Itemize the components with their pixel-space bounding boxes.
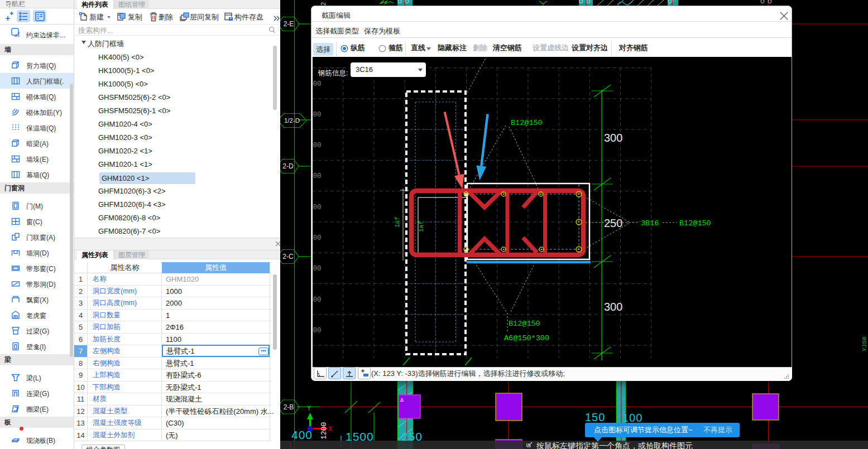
svg-text:1af: 1af bbox=[394, 216, 401, 228]
svg-text:2-C: 2-C bbox=[282, 253, 294, 260]
svg-text:X: X bbox=[328, 425, 333, 433]
svg-text:Y: Y bbox=[307, 405, 311, 413]
svg-text:00: 00 bbox=[313, 142, 322, 149]
svg-text:400: 400 bbox=[291, 428, 313, 441]
svg-text:1/2-D: 1/2-D bbox=[284, 117, 300, 124]
svg-text:00: 00 bbox=[313, 172, 322, 180]
svg-text:00: 00 bbox=[313, 204, 322, 211]
svg-text:150: 150 bbox=[585, 411, 605, 423]
svg-text:YJ50: YJ50 bbox=[861, 337, 868, 351]
svg-text:2-E: 2-E bbox=[284, 20, 294, 28]
svg-text:00: 00 bbox=[313, 234, 322, 242]
svg-text:00: 00 bbox=[313, 327, 322, 335]
svg-text:300: 300 bbox=[604, 132, 622, 144]
svg-text:00: 00 bbox=[313, 265, 322, 273]
svg-text:00: 00 bbox=[313, 80, 322, 88]
svg-text:B12@150: B12@150 bbox=[679, 219, 711, 228]
svg-text:按鼠标左键指定第一个角点，或拾取构件图元: 按鼠标左键指定第一个角点，或拾取构件图元 bbox=[536, 441, 693, 449]
svg-text:B12@150: B12@150 bbox=[511, 119, 543, 127]
svg-text:300: 300 bbox=[604, 301, 622, 313]
svg-text:Δ: Δ bbox=[400, 397, 404, 403]
svg-text:100: 100 bbox=[622, 412, 642, 424]
svg-text:3B16: 3B16 bbox=[641, 219, 659, 228]
svg-text:2-D: 2-D bbox=[282, 162, 294, 170]
svg-text:250: 250 bbox=[604, 217, 622, 229]
svg-text:1af: 1af bbox=[418, 221, 425, 232]
svg-text:00: 00 bbox=[313, 296, 322, 304]
svg-text:1200: 1200 bbox=[320, 422, 328, 440]
svg-text:00: 00 bbox=[313, 111, 322, 119]
svg-text:B12@150: B12@150 bbox=[509, 320, 540, 328]
svg-text:A6@150*300: A6@150*300 bbox=[504, 334, 549, 342]
svg-text:2-B: 2-B bbox=[284, 403, 294, 411]
